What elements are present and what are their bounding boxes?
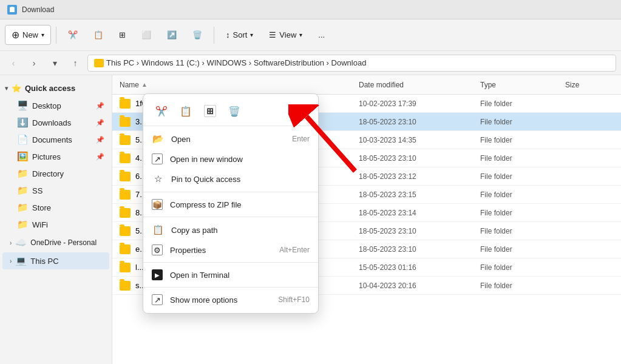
ctx-copy-icon: 📋 (180, 106, 192, 117)
col-header-date[interactable]: Date modified (359, 81, 480, 89)
sidebar-label-desktop: Desktop (32, 101, 61, 110)
store-icon: 📁 (17, 202, 29, 213)
sort-chevron-icon: ▾ (250, 32, 253, 38)
sidebar-label-downloads: Downloads (32, 118, 71, 127)
forward-button[interactable]: › (25, 55, 42, 72)
sidebar-item-pictures[interactable]: 🖼️ Pictures 📌 (2, 148, 109, 165)
ctx-delete-button[interactable]: 🗑️ (223, 101, 245, 121)
file-list: Name ▲ Date modified Type Size 1f09261d-… (112, 75, 621, 364)
delete-button[interactable]: 🗑️ (186, 26, 209, 44)
sidebar-item-onedrive[interactable]: › ☁️ OneDrive - Personal (2, 234, 109, 251)
ctx-sep-4 (143, 287, 318, 288)
folder-icon (120, 190, 131, 200)
ctx-terminal-label: Open in Terminal (170, 271, 310, 280)
sidebar-item-documents[interactable]: 📄 Documents 📌 (2, 131, 109, 148)
sidebar-item-downloads[interactable]: ⬇️ Downloads 📌 (2, 114, 109, 131)
desktop-icon: 🖥️ (17, 100, 29, 111)
sidebar-label-ss: SS (32, 186, 42, 195)
copy-button[interactable]: 📋 (87, 26, 110, 44)
recent-button[interactable]: ▾ (46, 55, 63, 72)
ctx-item-more[interactable]: ↗ Show more options Shift+F10 (143, 290, 318, 309)
app-icon (7, 5, 17, 15)
rename-icon: ⬜ (141, 30, 151, 39)
ctx-item-terminal[interactable]: ▶ Open in Terminal (143, 265, 318, 285)
file-type-cell: File folder (480, 99, 565, 108)
new-chevron-icon: ▾ (41, 32, 44, 38)
ctx-paste-icon: ⊞ (204, 105, 216, 117)
folder-icon (120, 153, 131, 163)
ctx-cut-button[interactable]: ✂️ (151, 101, 172, 121)
folder-icon (120, 208, 131, 218)
quick-access-chevron-icon: ▾ (5, 85, 8, 92)
sidebar-item-thispc[interactable]: › 💻 This PC (2, 252, 109, 269)
quick-access-header[interactable]: ▾ ⭐ Quick access (0, 79, 112, 97)
rename-button[interactable]: ⬜ (135, 26, 158, 44)
file-type-cell: File folder (480, 118, 565, 126)
ctx-paste-button[interactable]: ⊞ (199, 101, 221, 121)
ctx-open-icon: 📂 (152, 133, 164, 145)
pin-icon-desktop: 📌 (96, 102, 104, 110)
file-type-cell: File folder (480, 154, 565, 163)
paste-button[interactable]: ⊞ (112, 26, 132, 44)
col-header-name[interactable]: Name ▲ (120, 81, 359, 89)
ctx-cut-icon: ✂️ (155, 106, 168, 117)
sidebar-item-ss[interactable]: 📁 SS (2, 182, 109, 199)
new-button[interactable]: ⊕ New ▾ (5, 25, 51, 45)
file-date-cell: 18-05-2023 23:10 (359, 227, 480, 235)
toolbar: ⊕ New ▾ ✂️ 📋 ⊞ ⬜ ↗️ 🗑️ ↕ Sort ▾ ☰ View ▾… (0, 19, 621, 51)
file-date-cell: 18-05-2023 23:10 (359, 154, 480, 163)
toolbar-sep-2 (214, 27, 214, 44)
ctx-item-compress[interactable]: 📦 Compress to ZIP file (143, 195, 318, 214)
file-date-cell: 10-04-2023 20:16 (359, 281, 480, 290)
ctx-item-copy-path[interactable]: 📋 Copy as path (143, 220, 318, 240)
ctx-properties-icon: ⚙ (152, 244, 163, 255)
share-button[interactable]: ↗️ (160, 26, 183, 44)
quick-access-icon: ⭐ (12, 84, 21, 93)
sidebar-label-onedrive: OneDrive - Personal (30, 238, 97, 247)
view-button[interactable]: ☰ View ▾ (262, 26, 309, 44)
ctx-item-pin[interactable]: ☆ Pin to Quick access (143, 169, 318, 189)
back-button[interactable]: ‹ (5, 55, 22, 72)
more-button[interactable]: ... (311, 26, 331, 44)
title-bar: Download (0, 0, 621, 19)
sidebar-item-store[interactable]: 📁 Store (2, 199, 109, 216)
toolbar-sep-1 (56, 27, 56, 44)
ctx-item-open-new[interactable]: ↗ Open in new window (143, 149, 318, 169)
col-header-size[interactable]: Size (565, 81, 614, 89)
ctx-sep-3 (143, 262, 318, 263)
cut-button[interactable]: ✂️ (61, 26, 84, 44)
more-icon: ... (318, 30, 325, 39)
address-bar: ‹ › ▾ ↑ This PC › Windows 11 (C:) › WIND… (0, 51, 621, 75)
pin-icon-pictures: 📌 (96, 153, 104, 161)
folder-icon (120, 117, 131, 127)
this-pc-section: › 💻 This PC (0, 252, 112, 269)
ctx-open-new-icon: ↗ (152, 153, 163, 164)
delete-icon: 🗑️ (192, 30, 202, 39)
sidebar-item-wifi[interactable]: 📁 WiFi (2, 216, 109, 233)
sidebar-item-directory[interactable]: 📁 Directory (2, 165, 109, 182)
cut-icon: ✂️ (68, 30, 78, 39)
pin-icon-downloads: 📌 (96, 119, 104, 127)
col-header-type[interactable]: Type (480, 81, 565, 89)
pin-icon-documents: 📌 (96, 136, 104, 144)
up-button[interactable]: ↑ (67, 55, 84, 72)
address-path[interactable]: This PC › Windows 11 (C:) › WINDOWS › So… (87, 55, 616, 72)
context-menu-toolbar: ✂️ 📋 ⊞ 🗑️ (143, 98, 318, 126)
ss-icon: 📁 (17, 185, 29, 196)
ctx-copy-button[interactable]: 📋 (175, 101, 197, 121)
ctx-compress-label: Compress to ZIP file (170, 200, 310, 209)
file-date-cell: 10-02-2023 17:39 (359, 99, 480, 108)
window-title: Download (22, 5, 54, 14)
ctx-item-properties[interactable]: ⚙ Properties Alt+Enter (143, 240, 318, 260)
file-date-cell: 18-05-2023 23:15 (359, 190, 480, 199)
sort-button[interactable]: ↕ Sort ▾ (219, 26, 260, 44)
sidebar-label-wifi: WiFi (32, 220, 48, 229)
ctx-properties-label: Properties (170, 246, 272, 255)
file-type-cell: File folder (480, 245, 565, 254)
new-icon: ⊕ (12, 29, 19, 41)
ctx-item-open[interactable]: 📂 Open Enter (143, 129, 318, 149)
thispc-chevron-icon: › (10, 258, 12, 265)
ctx-open-label: Open (171, 135, 285, 144)
sidebar-item-desktop[interactable]: 🖥️ Desktop 📌 (2, 97, 109, 114)
folder-icon (120, 263, 131, 272)
